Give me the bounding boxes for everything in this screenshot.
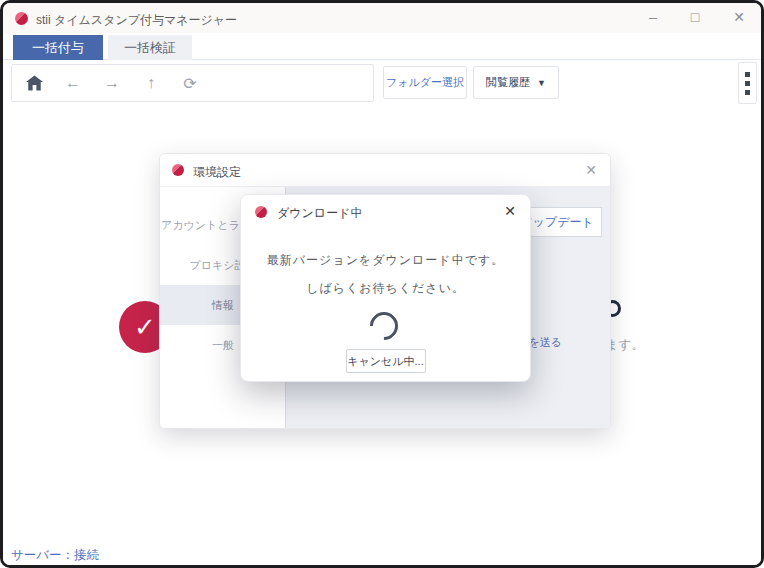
app-window: stii タイムスタンプ付与マネージャー – □ ✕ 一括付与 一括検証 ← →… xyxy=(0,0,764,568)
kebab-menu-button[interactable] xyxy=(738,62,757,104)
download-message-line1: 最新バージョンをダウンロード中です。 xyxy=(241,252,530,269)
download-dialog-title: ダウンロード中 xyxy=(277,205,362,222)
window-controls: – □ ✕ xyxy=(649,9,745,25)
kebab-dot xyxy=(745,90,750,95)
forward-icon[interactable]: → xyxy=(103,74,121,92)
download-dialog: ダウンロード中 ✕ 最新バージョンをダウンロード中です。 しばらくお待ちください… xyxy=(240,194,531,382)
settings-dialog-header: 環境設定 ✕ xyxy=(160,154,610,187)
back-icon[interactable]: ← xyxy=(64,74,82,92)
maximize-button[interactable]: □ xyxy=(691,9,699,25)
minimize-button[interactable]: – xyxy=(649,9,657,25)
title-bar: stii タイムスタンプ付与マネージャー – □ ✕ xyxy=(3,3,761,33)
history-dropdown-button[interactable]: 閲覧履歴 ▼ xyxy=(473,66,559,99)
server-status-text: サーバー：接続 xyxy=(11,547,99,564)
settings-dialog-title: 環境設定 xyxy=(193,164,241,181)
close-button[interactable]: ✕ xyxy=(733,9,745,25)
history-label: 閲覧履歴 xyxy=(486,75,530,90)
kebab-dot xyxy=(745,81,750,86)
refresh-icon[interactable]: ⟳ xyxy=(181,74,199,93)
toolbar: ← → ↑ ⟳ フォルダー選択 閲覧履歴 ▼ xyxy=(3,60,761,106)
download-message-line2: しばらくお待ちください。 xyxy=(241,280,530,297)
folder-select-button[interactable]: フォルダー選択 xyxy=(383,66,467,99)
tab-bar: 一括付与 一括検証 xyxy=(3,33,761,60)
tab-batch-stamp[interactable]: 一括付与 xyxy=(13,35,103,60)
home-icon[interactable] xyxy=(26,75,43,91)
cancel-button[interactable]: キャンセル中... xyxy=(346,349,426,373)
app-logo-icon xyxy=(255,206,267,218)
kebab-dot xyxy=(745,72,750,77)
up-icon[interactable]: ↑ xyxy=(142,74,160,92)
close-icon[interactable]: ✕ xyxy=(504,203,516,219)
main-content: ✓ ます。 環境設定 ✕ アカウントとライセンス プロキシ設定 情報 一般 アッ… xyxy=(3,106,761,568)
loading-spinner xyxy=(364,306,404,346)
window-title: stii タイムスタンプ付与マネージャー xyxy=(36,12,237,29)
navigation-box: ← → ↑ ⟳ xyxy=(11,64,374,102)
app-logo-icon xyxy=(15,12,28,25)
tab-batch-verify[interactable]: 一括検証 xyxy=(108,35,192,60)
chevron-down-icon: ▼ xyxy=(537,78,546,88)
close-icon[interactable]: ✕ xyxy=(585,162,597,178)
app-logo-icon xyxy=(172,164,184,176)
